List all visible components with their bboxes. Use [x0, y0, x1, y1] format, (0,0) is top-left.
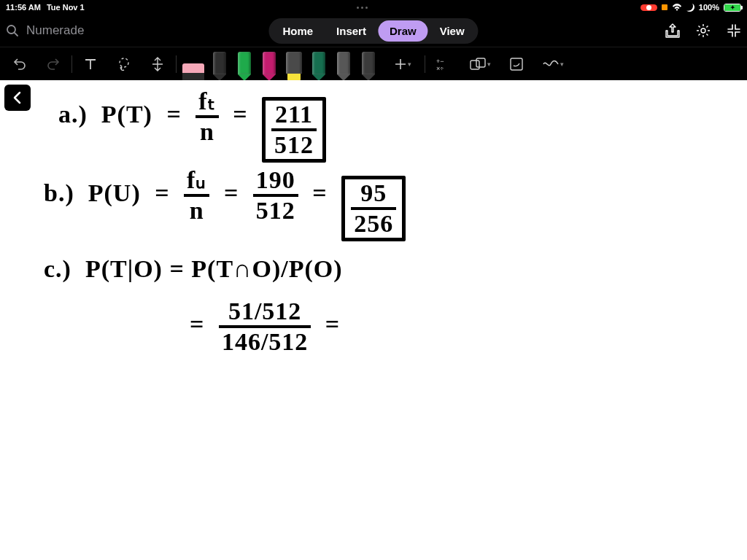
note-canvas[interactable]: a.) P(T) = fₜ n = 211 512 b.) P(U) = fᵤ …	[0, 80, 747, 560]
pen-magenta[interactable]	[260, 52, 279, 81]
svg-rect-7	[471, 61, 479, 69]
back-button[interactable]	[4, 85, 31, 111]
chevron-down-icon: ▾	[487, 61, 491, 68]
title-bar: Numerade Home Insert Draw View	[0, 15, 747, 47]
hide-ink-button[interactable]	[500, 47, 533, 81]
text-tool-button[interactable]	[74, 47, 107, 81]
mic-in-use-icon	[662, 4, 667, 10]
fraction-ft-over-n: fₜ n	[196, 89, 218, 144]
fraction-fu-over-n: fᵤ n	[184, 168, 209, 223]
status-bar: 11:56 AM Tue Nov 1 100% ✦	[0, 0, 747, 15]
pen-gallery	[178, 47, 382, 81]
fraction-190-over-512: 190 512	[253, 168, 298, 223]
ink-to-shape-button[interactable]: ▾	[460, 47, 500, 81]
equals-sign: =	[325, 311, 340, 338]
chevron-down-icon: ▾	[560, 61, 564, 68]
svg-point-3	[120, 58, 128, 67]
add-pen-button[interactable]: ▾	[382, 47, 423, 81]
toolbar-separator	[425, 55, 425, 73]
tab-draw[interactable]: Draw	[378, 20, 428, 42]
boxed-answer-b: 95 256	[341, 176, 406, 241]
svg-rect-8	[476, 58, 485, 67]
redo-button[interactable]	[36, 47, 70, 81]
toolbar-separator	[176, 55, 177, 73]
part-label-c: c.)	[44, 255, 71, 282]
record-dot-icon	[646, 5, 651, 10]
equals-sign: =	[224, 179, 239, 206]
tab-insert[interactable]: Insert	[325, 20, 378, 42]
part-label-a: a.)	[58, 101, 88, 128]
draw-toolbar: ▾ +−×÷ ▾ ▾	[0, 47, 747, 80]
battery-icon: ✦	[724, 4, 741, 12]
equals-sign: =	[190, 311, 204, 338]
tab-view[interactable]: View	[428, 20, 476, 42]
handwriting-line-a: a.) P(T) = fₜ n = 211 512	[58, 89, 326, 163]
lhs-a: P(T)	[101, 101, 152, 128]
part-label-b: b.)	[44, 179, 74, 206]
lhs-b: P(U)	[88, 179, 141, 206]
equals-sign: =	[155, 179, 169, 206]
do-not-disturb-icon	[686, 4, 694, 12]
handwriting-line-c2: = 51/512 146/512 =	[182, 299, 347, 354]
tab-home[interactable]: Home	[271, 20, 325, 42]
handwriting-line-b: b.) P(U) = fᵤ n = 190 512 = 95 256	[44, 168, 406, 241]
equals-sign: =	[233, 101, 247, 128]
expr-c-line1: P(T|O) = P(T∩O)/P(O)	[85, 255, 343, 282]
lasso-tool-button[interactable]	[107, 47, 141, 81]
insert-space-button[interactable]	[141, 47, 174, 81]
search-icon[interactable]	[6, 24, 19, 37]
svg-point-2	[701, 28, 705, 33]
screen-recording-indicator[interactable]	[640, 4, 657, 11]
pen-gray[interactable]	[334, 52, 353, 81]
multitask-grabber-icon[interactable]	[357, 7, 368, 9]
pen-green[interactable]	[235, 52, 254, 81]
handwriting-line-c1: c.) P(T|O) = P(T∩O)/P(O)	[44, 255, 343, 283]
toolbar-separator	[71, 55, 72, 73]
equals-sign: =	[166, 101, 181, 128]
equals-sign: =	[312, 179, 327, 206]
highlighter-yellow[interactable]	[285, 52, 303, 81]
pen-black[interactable]	[210, 52, 229, 81]
boxed-answer-a: 211 512	[262, 97, 326, 163]
svg-rect-9	[511, 58, 522, 70]
pen-teal[interactable]	[309, 52, 328, 81]
svg-line-1	[15, 33, 18, 36]
ribbon-tabs: Home Insert Draw View	[268, 18, 478, 44]
fraction-compound: 51/512 146/512	[219, 299, 311, 354]
exit-fullscreen-icon[interactable]	[727, 23, 741, 38]
svg-text:+−: +−	[436, 58, 444, 65]
share-icon[interactable]	[665, 23, 680, 38]
ink-replay-button[interactable]: ▾	[533, 47, 573, 81]
math-tools-button[interactable]: +−×÷	[427, 47, 460, 81]
document-title[interactable]: Numerade	[26, 23, 84, 38]
settings-gear-icon[interactable]	[696, 23, 711, 38]
battery-percent: 100%	[699, 3, 719, 12]
svg-text:×÷: ×÷	[436, 65, 444, 71]
eraser-tool[interactable]	[182, 63, 204, 81]
status-date: Tue Nov 1	[47, 3, 85, 12]
wifi-icon	[672, 4, 682, 11]
status-time: 11:56 AM	[6, 3, 41, 12]
pen-slate[interactable]	[359, 52, 378, 81]
chevron-down-icon: ▾	[408, 61, 411, 68]
undo-button[interactable]	[3, 47, 36, 81]
